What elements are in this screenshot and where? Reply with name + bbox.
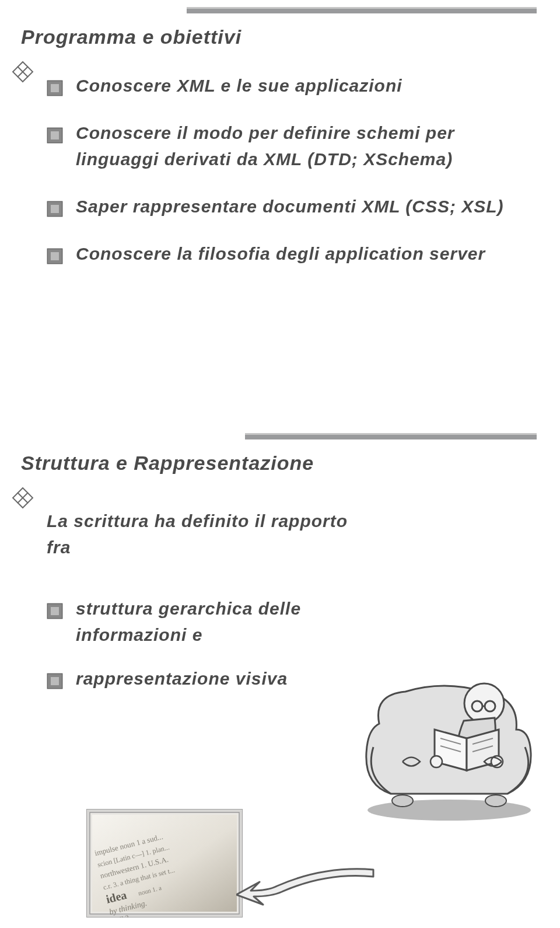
title-marker-icon <box>12 487 34 509</box>
bullet-text: struttura gerarchica delle informazioni … <box>76 599 301 644</box>
bullet-item: Conoscere XML e le sue applicazioni <box>47 72 525 99</box>
bullet-text: rappresentazione visiva <box>76 669 288 688</box>
bullet-icon <box>47 245 63 271</box>
bullet-text: Saper rappresentare documenti XML (CSS; … <box>76 197 504 216</box>
bullet-item: Conoscere la filosofia degli application… <box>47 240 525 267</box>
svg-point-13 <box>464 683 504 723</box>
title-divider <box>187 7 537 13</box>
bullet-list: struttura gerarchica delle informazioni … <box>47 595 350 709</box>
bullet-text: Conoscere XML e le sue applicazioni <box>76 76 402 95</box>
svg-point-24 <box>485 795 506 807</box>
svg-rect-1 <box>51 84 59 92</box>
intro-text: La scrittura ha definito il rapporto fra <box>47 508 350 560</box>
connector-arrow-icon <box>236 863 376 909</box>
bullet-item: Conoscere il modo per definire schemi pe… <box>47 120 525 172</box>
svg-rect-3 <box>51 131 59 139</box>
slide-title: Programma e obiettivi <box>21 26 242 48</box>
slide-struttura: Struttura e Rappresentazione La scrittur… <box>0 426 560 928</box>
dictionary-image: impulse noun 1 a sud... scion [Latin c—]… <box>86 809 243 917</box>
cartoon-reader-icon <box>350 648 542 823</box>
bullet-text: Conoscere la filosofia degli application… <box>76 244 485 263</box>
svg-point-23 <box>392 795 413 807</box>
bullet-item: struttura gerarchica delle informazioni … <box>47 595 350 648</box>
bullet-icon <box>47 124 63 151</box>
svg-rect-5 <box>51 205 59 213</box>
bullet-icon <box>47 77 63 103</box>
bullet-icon <box>47 670 63 696</box>
svg-rect-11 <box>51 677 59 685</box>
bullet-item: rappresentazione visiva <box>47 665 350 692</box>
title-marker-icon <box>12 61 34 83</box>
bullet-item: Saper rappresentare documenti XML (CSS; … <box>47 193 525 219</box>
svg-rect-9 <box>51 607 59 615</box>
svg-point-21 <box>430 756 442 767</box>
bullet-list: Conoscere XML e le sue applicazioni Cono… <box>47 72 525 288</box>
slide-programma: Programma e obiettivi Conoscere XML e le… <box>0 0 560 426</box>
title-divider <box>245 433 537 439</box>
bullet-text: Conoscere il modo per definire schemi pe… <box>76 123 455 169</box>
bullet-icon <box>47 198 63 224</box>
svg-rect-7 <box>51 252 59 260</box>
bullet-icon <box>47 600 63 626</box>
slide-title: Struttura e Rappresentazione <box>21 452 314 475</box>
